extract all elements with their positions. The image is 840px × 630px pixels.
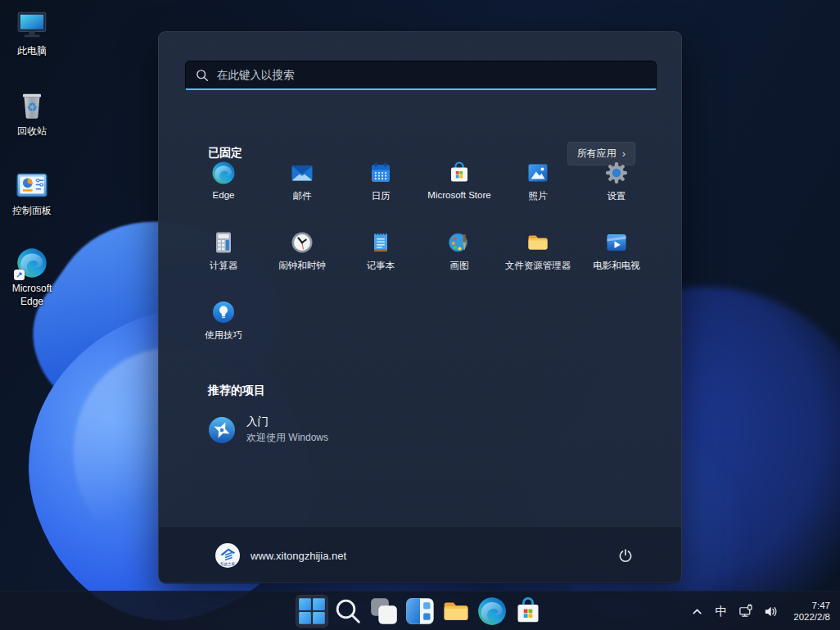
edge-shortcut-icon: ↗: [14, 246, 50, 280]
taskbar-start-button[interactable]: [296, 595, 328, 628]
desktop-icon-control-panel[interactable]: 控制面板: [0, 168, 64, 218]
explorer-icon: [525, 229, 551, 256]
pinned-app-label: 闹钟和时钟: [278, 260, 326, 272]
widgets-icon: [404, 595, 436, 628]
notepad-icon: [368, 229, 394, 256]
get-started-icon: [208, 416, 236, 444]
pinned-app-store[interactable]: Microsoft Store: [420, 152, 499, 222]
photos-icon: [525, 160, 551, 186]
taskbar-file-explorer-button[interactable]: [440, 595, 472, 628]
taskbar-widgets-button[interactable]: [404, 595, 436, 628]
movies-icon: [603, 229, 630, 256]
ime-indicator-button[interactable]: 中: [709, 595, 734, 628]
speaker-icon: [763, 604, 779, 619]
paint-icon: [446, 229, 472, 256]
pinned-app-calculator[interactable]: 计算器: [184, 222, 263, 292]
edge-icon: [476, 595, 508, 628]
get-started-icon: [208, 416, 236, 444]
this-pc-icon: [14, 8, 50, 43]
pinned-app-paint[interactable]: 画图: [420, 222, 499, 292]
desktop-icon-label: 控制面板: [12, 205, 52, 218]
file-explorer-icon: [440, 595, 472, 628]
network-ethernet-icon: [738, 604, 754, 619]
recommended-item-subtitle: 欢迎使用 Windows: [246, 431, 328, 445]
clock-button[interactable]: 7:47 2022/2/8: [783, 600, 840, 623]
settings-icon: [603, 160, 630, 186]
svg-text:♻: ♻: [26, 101, 37, 114]
start-menu-footer: 系统之家 www.xitongzhijia.net: [159, 526, 681, 584]
pinned-app-label: 画图: [450, 260, 469, 272]
shortcut-arrow-badge: ↗: [14, 270, 25, 280]
volume-button[interactable]: [758, 595, 783, 628]
movies-icon: [603, 229, 630, 256]
user-profile-button[interactable]: 系统之家 www.xitongzhijia.net: [208, 538, 353, 573]
pinned-app-clock[interactable]: 闹钟和时钟: [263, 222, 341, 292]
tips-icon: [210, 299, 237, 325]
pinned-app-settings[interactable]: 设置: [577, 152, 656, 222]
recycle-bin-icon: ♻: [14, 88, 50, 123]
svg-text:系统之家: 系统之家: [220, 561, 236, 567]
pinned-app-label: 记事本: [367, 260, 395, 272]
settings-icon: [603, 160, 630, 186]
pinned-app-mail[interactable]: 邮件: [263, 152, 341, 222]
pinned-app-calendar[interactable]: 日历: [341, 152, 420, 222]
pinned-app-notepad[interactable]: 记事本: [341, 222, 420, 292]
store-icon: [446, 160, 472, 186]
clock-icon: [289, 229, 315, 256]
store-icon: [512, 595, 544, 628]
recommended-item-text: 入门欢迎使用 Windows: [246, 415, 328, 445]
desktop-icon-this-pc[interactable]: 此电脑: [0, 8, 64, 58]
mail-icon: [289, 160, 315, 186]
user-avatar-logo: 系统之家: [215, 542, 241, 569]
calculator-icon: [210, 229, 237, 256]
calendar-icon: [368, 160, 394, 186]
desktop-icon-recycle-bin[interactable]: ♻回收站: [0, 88, 64, 138]
desktop-icon-edge-shortcut[interactable]: ↗Microsoft Edge: [0, 246, 64, 308]
pinned-app-label: 电影和电视: [593, 260, 640, 272]
search-input[interactable]: [185, 61, 657, 90]
start-icon: [296, 596, 327, 627]
taskbar-store-button[interactable]: [512, 595, 544, 628]
pinned-app-label: 文件资源管理器: [505, 260, 571, 272]
ime-label: 中: [716, 604, 728, 619]
desktop-icon-label: 此电脑: [17, 45, 47, 58]
task-view-icon: [368, 595, 400, 628]
power-button[interactable]: [609, 539, 642, 572]
network-button[interactable]: [734, 595, 758, 628]
tray-overflow-chevron-button[interactable]: [684, 595, 709, 628]
pinned-app-photos[interactable]: 照片: [499, 152, 577, 222]
start-menu-panel: 已固定 所有应用 › Edge 邮件 日历 Microsoft Store: [158, 31, 682, 583]
pinned-app-movies[interactable]: 电影和电视: [577, 222, 656, 292]
paint-icon: [446, 229, 472, 256]
pinned-app-tips[interactable]: 使用技巧: [184, 292, 263, 361]
pinned-app-explorer[interactable]: 文件资源管理器: [499, 222, 577, 292]
user-avatar: 系统之家: [215, 542, 241, 569]
recycle-bin-icon: ♻: [14, 88, 50, 123]
mail-icon: [289, 160, 315, 186]
taskbar-search-button[interactable]: [332, 595, 364, 628]
this-pc-icon: [14, 8, 50, 43]
recommended-section-title: 推荐的项目: [208, 383, 265, 398]
search-icon: [332, 595, 364, 628]
recommended-item-get-started[interactable]: 入门欢迎使用 Windows: [195, 407, 647, 452]
desktop-icon-label: Microsoft Edge: [0, 283, 64, 308]
pinned-app-label: 照片: [529, 190, 548, 202]
pinned-app-label: 设置: [607, 190, 626, 202]
pinned-app-edge[interactable]: Edge: [184, 152, 263, 222]
edge-shortcut-icon: ↗: [14, 246, 50, 280]
taskbar-task-view-button[interactable]: [368, 595, 400, 628]
taskbar-edge-button[interactable]: [476, 595, 508, 628]
edge-icon: [210, 160, 237, 186]
recommended-list: 入门欢迎使用 Windows: [195, 407, 647, 452]
desktop-icon-label: 回收站: [17, 125, 47, 138]
clock-icon: [289, 229, 315, 256]
control-panel-icon: [14, 168, 50, 202]
photos-icon: [525, 160, 551, 186]
tray-date: 2022/2/8: [783, 611, 830, 623]
edge-icon: [210, 160, 237, 186]
power-icon: [616, 546, 635, 564]
calculator-icon: [210, 229, 237, 256]
pinned-app-label: Microsoft Store: [427, 190, 490, 200]
recommended-item-title: 入门: [246, 415, 328, 429]
tips-icon: [210, 299, 237, 325]
